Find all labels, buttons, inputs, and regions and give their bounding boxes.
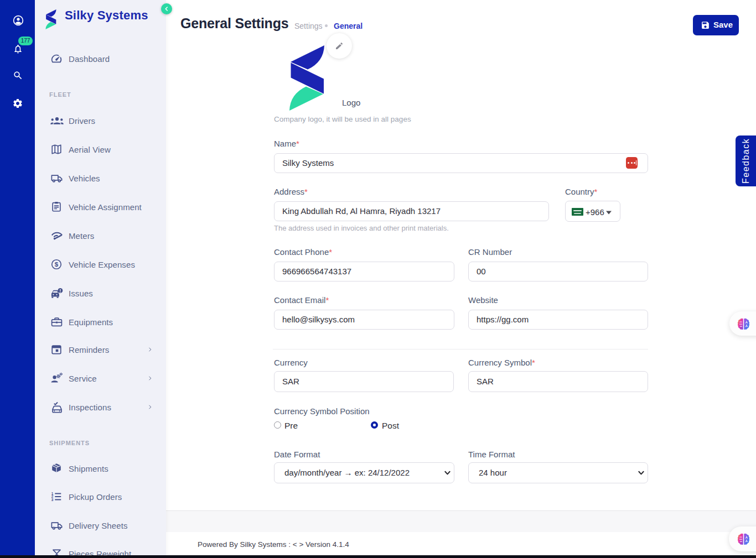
svg-text:3: 3 [51, 498, 54, 502]
svg-text:$: $ [55, 261, 59, 268]
